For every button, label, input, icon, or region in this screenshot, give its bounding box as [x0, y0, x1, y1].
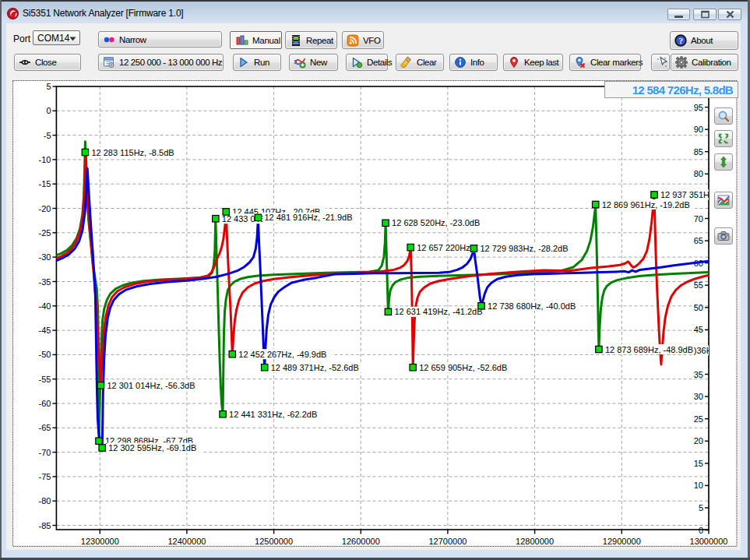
svg-text:12800000: 12800000 — [516, 537, 554, 546]
svg-text:-70: -70 — [39, 448, 51, 457]
svg-text:-5: -5 — [44, 131, 51, 140]
svg-text:12900000: 12900000 — [603, 537, 641, 546]
svg-text:12 738 680Hz, -40.0dB: 12 738 680Hz, -40.0dB — [488, 301, 576, 311]
svg-text:0: 0 — [699, 526, 703, 535]
svg-text:0: 0 — [46, 106, 51, 115]
svg-text:-45: -45 — [39, 326, 51, 335]
svg-text:10: 10 — [694, 481, 703, 490]
svg-text:-15: -15 — [39, 179, 51, 188]
svg-text:50: 50 — [694, 303, 703, 312]
svg-text:5: 5 — [699, 503, 703, 512]
svg-text:12 729 983Hz, -28.2dB: 12 729 983Hz, -28.2dB — [480, 244, 568, 253]
svg-text:12 489 371Hz, -52.6dB: 12 489 371Hz, -52.6dB — [271, 363, 359, 372]
svg-text:12400000: 12400000 — [167, 537, 206, 546]
svg-text:12 481 916Hz, -21.9dB: 12 481 916Hz, -21.9dB — [264, 213, 352, 222]
svg-text:12 301 014Hz, -56.3dB: 12 301 014Hz, -56.3dB — [107, 381, 195, 390]
svg-text:-25: -25 — [39, 228, 51, 238]
svg-text:85: 85 — [694, 147, 703, 157]
svg-text:12500000: 12500000 — [255, 537, 293, 546]
svg-text:12 659 905Hz, -52.6dB: 12 659 905Hz, -52.6dB — [419, 363, 507, 372]
svg-text:30: 30 — [694, 392, 703, 401]
svg-text:-65: -65 — [39, 423, 51, 432]
svg-text:-40: -40 — [39, 301, 51, 311]
svg-text:65: 65 — [694, 236, 703, 245]
svg-text:-20: -20 — [39, 204, 51, 213]
svg-text:80: 80 — [694, 169, 703, 178]
svg-text:-50: -50 — [39, 350, 51, 359]
svg-text:12300000: 12300000 — [81, 537, 119, 546]
svg-text:12 873 689Hz, -48.9dB: 12 873 689Hz, -48.9dB — [605, 345, 693, 354]
svg-text:20: 20 — [694, 436, 703, 446]
svg-text:70: 70 — [694, 214, 703, 224]
svg-text:12 283 115Hz, -8.5dB: 12 283 115Hz, -8.5dB — [91, 148, 174, 157]
svg-text:-85: -85 — [39, 521, 51, 530]
svg-text:12700000: 12700000 — [428, 537, 467, 546]
svg-text:12 631 419Hz, -41.2dB: 12 631 419Hz, -41.2dB — [394, 307, 482, 316]
svg-text:25: 25 — [694, 414, 703, 424]
svg-text:-80: -80 — [39, 496, 51, 505]
svg-text:-60: -60 — [39, 399, 51, 408]
svg-text:-10: -10 — [39, 155, 51, 164]
svg-text:5: 5 — [46, 82, 51, 91]
svg-text:-75: -75 — [39, 472, 51, 481]
svg-text:12 628 520Hz, -23.0dB: 12 628 520Hz, -23.0dB — [392, 218, 480, 227]
svg-text:12 452 267Hz, -49.9dB: 12 452 267Hz, -49.9dB — [238, 350, 326, 359]
svg-text:12 869 961Hz, -19.2dB: 12 869 961Hz, -19.2dB — [602, 200, 690, 210]
svg-text:90: 90 — [694, 125, 703, 134]
svg-text:-30: -30 — [39, 252, 51, 262]
svg-text:45: 45 — [694, 325, 703, 334]
svg-text:-35: -35 — [39, 277, 51, 287]
svg-text:12600000: 12600000 — [342, 537, 380, 546]
svg-text:13000000: 13000000 — [690, 537, 728, 546]
svg-text:-55: -55 — [39, 375, 51, 384]
svg-text:55: 55 — [694, 280, 703, 290]
svg-text:12 302 595Hz, -69.1dB: 12 302 595Hz, -69.1dB — [108, 443, 196, 453]
svg-text:15: 15 — [694, 459, 703, 468]
svg-text:35: 35 — [694, 370, 703, 379]
svg-text:95: 95 — [694, 103, 703, 112]
svg-text:12 441 331Hz, -62.2dB: 12 441 331Hz, -62.2dB — [229, 410, 317, 419]
